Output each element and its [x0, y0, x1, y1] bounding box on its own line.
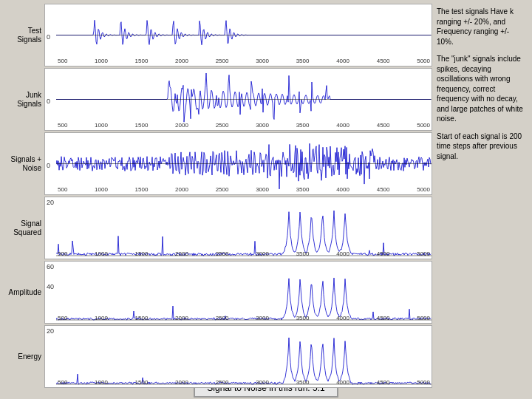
- chart-row-2: Signals + Noise0500100015002000250030003…: [4, 132, 432, 195]
- x-axis-label: 2000: [175, 379, 188, 386]
- x-axis-label: 2000: [175, 315, 188, 321]
- x-axis-0: 500100015002000250030003500400045005000: [56, 58, 432, 64]
- x-axis-label: 3500: [296, 379, 310, 386]
- x-axis-label: 2000: [175, 122, 188, 129]
- signal-start-description: Start of each signal is 200 time steps a…: [437, 132, 524, 162]
- x-axis-label: 3000: [256, 379, 269, 386]
- chart-row-4: Amplitude6040500100015002000250030003500…: [4, 261, 432, 324]
- x-axis-label: 2500: [216, 379, 229, 386]
- x-axis-label: 4500: [377, 250, 390, 257]
- x-axis-label: 4500: [377, 186, 390, 193]
- junk-signals-description: The "junk" signals include spikes, decay…: [437, 54, 524, 124]
- x-axis-label: 4000: [336, 186, 349, 193]
- chart-label-4: Amplitude: [4, 288, 44, 297]
- x-axis-label: 3500: [296, 58, 310, 64]
- x-axis-label: 500: [58, 186, 67, 193]
- x-axis-label: 1500: [135, 250, 149, 257]
- x-axis-label: 2500: [216, 186, 229, 193]
- chart-area-2: 0500100015002000250030003500400045005000: [44, 132, 432, 195]
- y-mid-label: 40: [47, 283, 54, 290]
- chart-row-1: Junk Signals0500100015002000250030003500…: [4, 68, 432, 131]
- x-axis-label: 4000: [336, 122, 349, 129]
- chart-row-3: Signal Squared20500100015002000250030003…: [4, 197, 432, 259]
- right-panel: The test signals Have k ranging +/- 20%,…: [432, 4, 528, 373]
- x-axis-label: 1000: [95, 315, 108, 321]
- x-axis-label: 1500: [135, 315, 149, 321]
- x-axis-label: 1500: [135, 58, 149, 64]
- chart-area-5: 2050010001500200025003000350040004500500…: [44, 325, 432, 388]
- chart-row-0: Test Signals0500100015002000250030003500…: [4, 4, 432, 66]
- x-axis-label: 4000: [336, 315, 349, 321]
- x-axis-label: 2000: [175, 186, 188, 193]
- x-axis-label: 1500: [135, 122, 149, 129]
- x-axis-label: 3000: [256, 58, 269, 64]
- x-axis-label: 3500: [296, 250, 310, 257]
- x-axis-label: 3000: [256, 250, 269, 257]
- x-axis-label: 5000: [417, 250, 430, 257]
- y-top-label: 60: [47, 263, 54, 270]
- x-axis-label: 1000: [95, 122, 108, 129]
- x-axis-label: 1500: [135, 186, 149, 193]
- y-top-label: 20: [47, 199, 54, 206]
- y-zero-label: 0: [47, 162, 50, 169]
- chart-label-3: Signal Squared: [4, 219, 44, 237]
- x-axis-label: 1000: [95, 379, 108, 386]
- x-axis-label: 2500: [216, 122, 229, 129]
- x-axis-1: 500100015002000250030003500400045005000: [56, 122, 432, 129]
- x-axis-3: 500100015002000250030003500400045005000: [56, 250, 432, 257]
- x-axis-label: 3500: [296, 122, 310, 129]
- x-axis-label: 5000: [417, 58, 430, 64]
- x-axis-label: 500: [58, 379, 67, 386]
- chart-label-1: Junk Signals: [4, 91, 44, 109]
- x-axis-label: 1000: [95, 250, 108, 257]
- x-axis-label: 2000: [175, 58, 188, 64]
- x-axis-4: 500100015002000250030003500400045005000: [56, 315, 432, 321]
- chart-row-5: Energy2050010001500200025003000350040004…: [4, 325, 432, 388]
- chart-label-5: Energy: [4, 352, 44, 361]
- chart-area-3: 2050010001500200025003000350040004500500…: [44, 197, 432, 259]
- x-axis-label: 5000: [417, 379, 430, 386]
- x-axis-label: 4000: [336, 379, 349, 386]
- x-axis-label: 2000: [175, 250, 188, 257]
- x-axis-label: 500: [58, 122, 67, 129]
- x-axis-label: 3500: [296, 315, 310, 321]
- chart-area-1: 0500100015002000250030003500400045005000: [44, 68, 432, 131]
- x-axis-label: 2500: [216, 315, 229, 321]
- x-axis-label: 4500: [377, 315, 390, 321]
- x-axis-label: 3000: [256, 315, 269, 321]
- test-signals-description: The test signals Have k ranging +/- 20%,…: [437, 7, 524, 47]
- x-axis-label: 4500: [377, 58, 390, 64]
- x-axis-2: 500100015002000250030003500400045005000: [56, 186, 432, 193]
- chart-area-4: 6040500100015002000250030003500400045005…: [44, 261, 432, 324]
- x-axis-label: 1500: [135, 379, 149, 386]
- x-axis-label: 500: [58, 315, 67, 321]
- x-axis-label: 500: [58, 250, 67, 257]
- x-axis-label: 4000: [336, 250, 349, 257]
- x-axis-label: 5000: [417, 122, 430, 129]
- chart-label-2: Signals + Noise: [4, 155, 44, 173]
- x-axis-label: 1000: [95, 58, 108, 64]
- chart-label-0: Test Signals: [4, 27, 44, 44]
- x-axis-label: 1000: [95, 186, 108, 193]
- x-axis-5: 500100015002000250030003500400045005000: [56, 379, 432, 386]
- x-axis-label: 2500: [216, 250, 229, 257]
- chart-area-0: 0500100015002000250030003500400045005000: [44, 4, 432, 66]
- left-panel: Test Signals0500100015002000250030003500…: [4, 4, 432, 373]
- x-axis-label: 3500: [296, 186, 310, 193]
- x-axis-label: 5000: [417, 186, 430, 193]
- x-axis-label: 2500: [216, 58, 229, 64]
- x-axis-label: 4500: [377, 122, 390, 129]
- x-axis-label: 500: [58, 58, 67, 64]
- y-zero-label: 0: [47, 98, 50, 105]
- x-axis-label: 5000: [417, 315, 430, 321]
- x-axis-label: 3000: [256, 122, 269, 129]
- y-top-label: 20: [47, 327, 54, 335]
- x-axis-label: 4000: [336, 58, 349, 64]
- y-zero-label: 0: [47, 33, 50, 41]
- x-axis-label: 4500: [377, 379, 390, 386]
- x-axis-label: 3000: [256, 186, 269, 193]
